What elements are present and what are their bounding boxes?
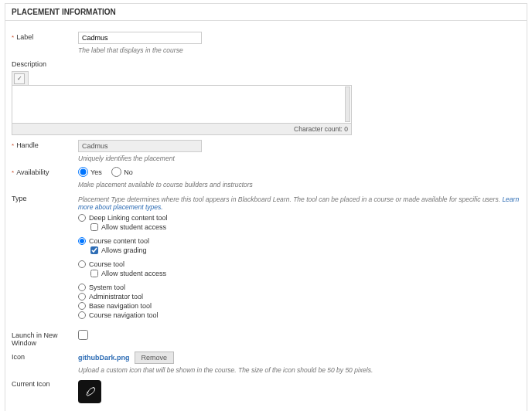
type-base-nav-radio[interactable] <box>78 302 86 310</box>
type-title: Type <box>12 193 78 202</box>
current-icon-title: Current Icon <box>12 379 78 388</box>
description-textarea[interactable] <box>12 85 352 124</box>
description-row: Description <box>12 59 520 68</box>
placement-section: PLACEMENT INFORMATION *Label The label t… <box>5 3 527 411</box>
type-row: Type Placement Type determines where thi… <box>12 193 520 325</box>
handle-help: Uniquely identifies the placement <box>78 155 520 162</box>
label-input[interactable] <box>78 32 202 44</box>
placement-body: *Label The label that displays in the co… <box>5 21 527 411</box>
type-course-nav-label: Course navigation tool <box>89 311 159 319</box>
current-icon-row: Current Icon <box>12 379 520 403</box>
type-course-nav-radio[interactable] <box>78 311 86 319</box>
editor-scrollbar[interactable] <box>345 87 350 122</box>
editor-toolbar-btn[interactable]: ✓ <box>14 73 25 84</box>
label-title-col: *Label <box>12 32 78 41</box>
description-title: Description <box>12 59 78 68</box>
current-icon-preview <box>78 380 101 403</box>
icon-row: Icon githubDark.png Remove Upload a cust… <box>12 352 520 374</box>
editor-toolbar[interactable]: ✓ <box>12 71 29 85</box>
type-course-tool-label: Course tool <box>89 260 124 268</box>
type-system-tool-radio[interactable] <box>78 284 86 291</box>
description-editor: ✓ Character count: 0 <box>12 71 520 135</box>
launch-new-window-row: Launch in New Window <box>12 330 520 347</box>
type-course-tool-radio[interactable] <box>78 260 86 268</box>
availability-yes-radio[interactable] <box>78 167 88 177</box>
launch-new-window-title: Launch in New Window <box>12 330 78 347</box>
availability-row: *Availability Yes No Make placement avai… <box>12 167 520 189</box>
placement-header: PLACEMENT INFORMATION <box>5 4 527 21</box>
type-admin-tool-label: Administrator tool <box>89 293 143 301</box>
type-course-content-radio[interactable] <box>78 237 86 245</box>
availability-title: Availability <box>16 168 49 176</box>
type-base-nav-label: Base navigation tool <box>89 302 152 310</box>
type-deep-student-access-check[interactable] <box>90 223 98 231</box>
handle-title: Handle <box>16 141 39 149</box>
icon-remove-button[interactable]: Remove <box>135 352 175 364</box>
label-row: *Label The label that displays in the co… <box>12 32 520 54</box>
icon-filename: githubDark.png <box>78 354 130 362</box>
type-system-tool-label: System tool <box>89 284 125 291</box>
icon-title: Icon <box>12 352 78 361</box>
type-course-content-label: Course content tool <box>89 237 149 245</box>
label-help: The label that displays in the course <box>78 46 520 54</box>
type-help: Placement Type determines where this too… <box>78 195 520 211</box>
type-deep-linking-radio[interactable] <box>78 214 86 222</box>
availability-no-radio[interactable] <box>111 167 121 177</box>
availability-no-label: No <box>124 168 133 176</box>
availability-help: Make placement available to course build… <box>78 181 520 189</box>
type-course-student-access-label: Allow student access <box>101 270 166 277</box>
handle-row: *Handle Uniquely identifies the placemen… <box>12 140 520 162</box>
availability-yes-label: Yes <box>90 168 102 176</box>
type-deep-linking-label: Deep Linking content tool <box>89 214 168 222</box>
type-allows-grading-check[interactable] <box>90 246 98 254</box>
feather-icon <box>84 386 96 398</box>
handle-input <box>78 140 202 152</box>
description-charcount: Character count: 0 <box>12 124 352 135</box>
type-course-student-access-check[interactable] <box>90 270 98 277</box>
type-allows-grading-label: Allows grading <box>101 246 147 254</box>
type-admin-tool-radio[interactable] <box>78 293 86 301</box>
launch-new-window-check[interactable] <box>78 330 88 340</box>
type-deep-student-access-label: Allow student access <box>101 223 166 231</box>
label-title: Label <box>16 33 33 41</box>
icon-help: Upload a custom icon that will be shown … <box>78 366 520 374</box>
